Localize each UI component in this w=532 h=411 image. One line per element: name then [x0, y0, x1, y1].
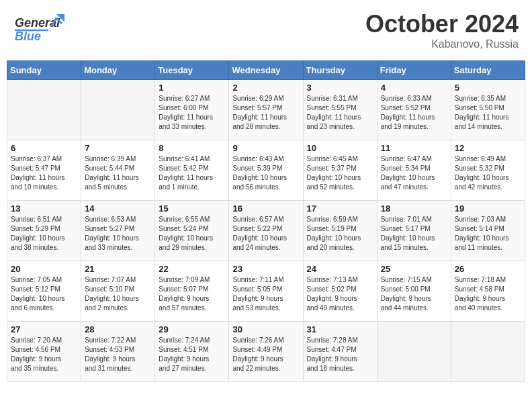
day-number: 16	[232, 203, 299, 214]
svg-text:Blue: Blue	[15, 30, 41, 43]
day-number: 23	[232, 264, 299, 274]
day-info: Sunrise: 6:35 AMSunset: 5:50 PMDaylight:…	[455, 94, 521, 132]
day-info: Sunrise: 6:37 AMSunset: 5:47 PMDaylight:…	[11, 154, 77, 192]
day-number: 24	[307, 264, 373, 274]
calendar-cell: 20Sunrise: 7:05 AMSunset: 5:12 PMDayligh…	[7, 261, 81, 322]
day-info: Sunrise: 7:13 AMSunset: 5:02 PMDaylight:…	[307, 275, 373, 313]
calendar-cell: 11Sunrise: 6:47 AMSunset: 5:34 PMDayligh…	[377, 140, 451, 201]
day-number: 22	[159, 264, 225, 274]
header-day-saturday: Saturday	[451, 61, 525, 80]
day-info: Sunrise: 7:20 AMSunset: 4:56 PMDaylight:…	[11, 336, 77, 373]
day-info: Sunrise: 7:09 AMSunset: 5:07 PMDaylight:…	[159, 275, 225, 313]
day-number: 12	[455, 143, 521, 153]
day-number: 19	[455, 203, 521, 214]
logo-icon: General Blue	[13, 10, 67, 46]
calendar-header: SundayMondayTuesdayWednesdayThursdayFrid…	[7, 61, 525, 80]
calendar-cell: 28Sunrise: 7:22 AMSunset: 4:53 PMDayligh…	[81, 322, 155, 382]
day-info: Sunrise: 6:45 AMSunset: 5:37 PMDaylight:…	[307, 154, 373, 192]
calendar-cell: 29Sunrise: 7:24 AMSunset: 4:51 PMDayligh…	[155, 322, 229, 382]
day-info: Sunrise: 7:03 AMSunset: 5:14 PMDaylight:…	[455, 215, 521, 253]
calendar-cell: 16Sunrise: 6:57 AMSunset: 5:22 PMDayligh…	[229, 201, 303, 261]
day-info: Sunrise: 7:22 AMSunset: 4:53 PMDaylight:…	[85, 336, 151, 373]
day-info: Sunrise: 6:31 AMSunset: 5:55 PMDaylight:…	[307, 94, 373, 132]
calendar-cell: 25Sunrise: 7:15 AMSunset: 5:00 PMDayligh…	[377, 261, 451, 322]
header-day-tuesday: Tuesday	[155, 61, 229, 80]
day-number: 6	[11, 143, 77, 153]
page-header: General Blue October 2024 Kabanovo, Russ…	[7, 7, 525, 54]
day-number: 21	[85, 264, 151, 274]
day-info: Sunrise: 6:51 AMSunset: 5:29 PMDaylight:…	[11, 215, 77, 253]
month-title: October 2024	[365, 10, 519, 38]
day-number: 18	[381, 203, 447, 214]
calendar-week-1: 1Sunrise: 6:27 AMSunset: 6:00 PMDaylight…	[7, 80, 525, 140]
day-number: 28	[85, 324, 151, 334]
day-number: 8	[159, 143, 225, 153]
calendar-cell: 10Sunrise: 6:45 AMSunset: 5:37 PMDayligh…	[303, 140, 377, 201]
day-info: Sunrise: 7:01 AMSunset: 5:17 PMDaylight:…	[381, 215, 447, 253]
day-number: 7	[85, 143, 151, 153]
calendar-cell: 4Sunrise: 6:33 AMSunset: 5:52 PMDaylight…	[377, 80, 451, 140]
day-info: Sunrise: 6:29 AMSunset: 5:57 PMDaylight:…	[232, 94, 299, 132]
day-number: 29	[159, 324, 225, 334]
day-number: 13	[11, 203, 77, 214]
calendar-cell: 27Sunrise: 7:20 AMSunset: 4:56 PMDayligh…	[7, 322, 81, 382]
day-number: 30	[232, 324, 299, 334]
day-info: Sunrise: 7:07 AMSunset: 5:10 PMDaylight:…	[85, 275, 151, 313]
title-section: October 2024 Kabanovo, Russia	[365, 10, 519, 50]
day-info: Sunrise: 7:15 AMSunset: 5:00 PMDaylight:…	[381, 275, 447, 313]
header-row: SundayMondayTuesdayWednesdayThursdayFrid…	[7, 61, 525, 80]
calendar-cell: 6Sunrise: 6:37 AMSunset: 5:47 PMDaylight…	[7, 140, 81, 201]
calendar-week-3: 13Sunrise: 6:51 AMSunset: 5:29 PMDayligh…	[7, 201, 525, 261]
calendar-cell: 7Sunrise: 6:39 AMSunset: 5:44 PMDaylight…	[81, 140, 155, 201]
calendar-cell: 26Sunrise: 7:18 AMSunset: 4:58 PMDayligh…	[451, 261, 525, 322]
day-info: Sunrise: 6:59 AMSunset: 5:19 PMDaylight:…	[307, 215, 373, 253]
calendar-cell: 12Sunrise: 6:49 AMSunset: 5:32 PMDayligh…	[451, 140, 525, 201]
calendar-cell: 30Sunrise: 7:26 AMSunset: 4:49 PMDayligh…	[229, 322, 303, 382]
day-info: Sunrise: 6:27 AMSunset: 6:00 PMDaylight:…	[159, 94, 225, 132]
day-info: Sunrise: 7:18 AMSunset: 4:58 PMDaylight:…	[455, 275, 521, 313]
calendar-cell	[451, 322, 525, 382]
day-number: 1	[159, 83, 225, 93]
day-number: 15	[159, 203, 225, 214]
day-info: Sunrise: 6:39 AMSunset: 5:44 PMDaylight:…	[85, 154, 151, 192]
day-number: 27	[11, 324, 77, 334]
day-number: 17	[307, 203, 373, 214]
calendar-week-4: 20Sunrise: 7:05 AMSunset: 5:12 PMDayligh…	[7, 261, 525, 322]
calendar-cell: 24Sunrise: 7:13 AMSunset: 5:02 PMDayligh…	[303, 261, 377, 322]
day-info: Sunrise: 6:33 AMSunset: 5:52 PMDaylight:…	[381, 94, 447, 132]
day-info: Sunrise: 7:26 AMSunset: 4:49 PMDaylight:…	[232, 336, 299, 373]
calendar-table: SundayMondayTuesdayWednesdayThursdayFrid…	[7, 60, 525, 382]
day-number: 3	[307, 83, 373, 93]
calendar-week-2: 6Sunrise: 6:37 AMSunset: 5:47 PMDaylight…	[7, 140, 525, 201]
day-info: Sunrise: 6:47 AMSunset: 5:34 PMDaylight:…	[381, 154, 447, 192]
calendar-cell	[81, 80, 155, 140]
day-info: Sunrise: 6:53 AMSunset: 5:27 PMDaylight:…	[85, 215, 151, 253]
calendar-cell: 2Sunrise: 6:29 AMSunset: 5:57 PMDaylight…	[229, 80, 303, 140]
calendar-cell	[377, 322, 451, 382]
day-number: 11	[381, 143, 447, 153]
calendar-cell: 5Sunrise: 6:35 AMSunset: 5:50 PMDaylight…	[451, 80, 525, 140]
header-day-sunday: Sunday	[7, 61, 81, 80]
calendar-cell: 14Sunrise: 6:53 AMSunset: 5:27 PMDayligh…	[81, 201, 155, 261]
calendar-cell: 15Sunrise: 6:55 AMSunset: 5:24 PMDayligh…	[155, 201, 229, 261]
calendar-cell: 19Sunrise: 7:03 AMSunset: 5:14 PMDayligh…	[451, 201, 525, 261]
day-number: 9	[232, 143, 299, 153]
day-number: 2	[232, 83, 299, 93]
day-info: Sunrise: 6:41 AMSunset: 5:42 PMDaylight:…	[159, 154, 225, 192]
day-info: Sunrise: 7:24 AMSunset: 4:51 PMDaylight:…	[159, 336, 225, 373]
day-number: 5	[455, 83, 521, 93]
day-info: Sunrise: 6:49 AMSunset: 5:32 PMDaylight:…	[455, 154, 521, 192]
day-info: Sunrise: 6:43 AMSunset: 5:39 PMDaylight:…	[232, 154, 299, 192]
calendar-cell: 21Sunrise: 7:07 AMSunset: 5:10 PMDayligh…	[81, 261, 155, 322]
calendar-cell	[7, 80, 81, 140]
calendar-cell: 13Sunrise: 6:51 AMSunset: 5:29 PMDayligh…	[7, 201, 81, 261]
day-number: 10	[307, 143, 373, 153]
calendar-cell: 18Sunrise: 7:01 AMSunset: 5:17 PMDayligh…	[377, 201, 451, 261]
day-number: 25	[381, 264, 447, 274]
logo: General Blue	[13, 10, 69, 46]
day-info: Sunrise: 7:28 AMSunset: 4:47 PMDaylight:…	[307, 336, 373, 373]
header-day-wednesday: Wednesday	[229, 61, 303, 80]
day-info: Sunrise: 7:05 AMSunset: 5:12 PMDaylight:…	[11, 275, 77, 313]
day-info: Sunrise: 6:55 AMSunset: 5:24 PMDaylight:…	[159, 215, 225, 253]
header-day-thursday: Thursday	[303, 61, 377, 80]
